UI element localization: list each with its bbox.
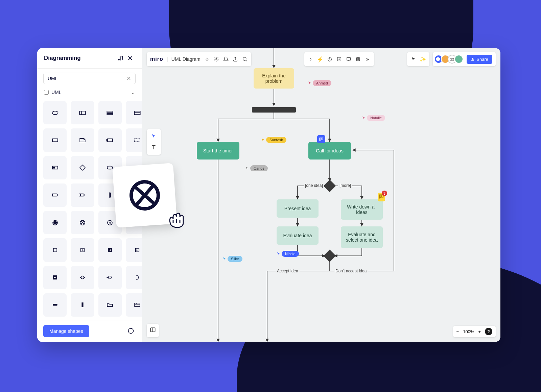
node-call-ideas[interactable]: Call for ideas	[308, 142, 351, 160]
shape-square[interactable]	[43, 238, 67, 262]
svg-point-50	[216, 58, 217, 60]
svg-rect-45	[82, 303, 83, 307]
shape-tag[interactable]	[43, 183, 67, 207]
share-button[interactable]: Share	[467, 55, 492, 64]
svg-point-5	[122, 59, 123, 60]
node-evaluate-select[interactable]: Evaluate and select one idea	[341, 226, 383, 248]
svg-rect-34	[53, 248, 56, 252]
cursor-label: Santosh	[266, 137, 286, 143]
edge-label-dont-accept: Don't accept idea	[334, 269, 368, 273]
select-tool[interactable]	[149, 131, 159, 141]
panels-button[interactable]	[147, 324, 159, 337]
node-explain-problem[interactable]: Explain the problem	[254, 68, 294, 89]
shape-square-arrow-out[interactable]	[71, 238, 94, 262]
zoom-in-button[interactable]: +	[478, 329, 481, 334]
shape-filled-square-arrow-in[interactable]	[43, 266, 67, 289]
shape-rect-dot[interactable]	[43, 156, 67, 179]
shape-tab-rect[interactable]	[98, 128, 122, 152]
comment-thread-icon[interactable]: 3	[378, 193, 385, 201]
board-title[interactable]: UML Diagram	[171, 56, 201, 62]
comment-icon[interactable]	[317, 135, 325, 143]
svg-rect-11	[79, 111, 85, 114]
svg-line-52	[245, 60, 246, 61]
shape-category-row[interactable]: UML ⌄	[37, 87, 142, 98]
svg-rect-18	[52, 139, 58, 142]
canvas[interactable]: Explain the problem Start the timer Call…	[142, 48, 500, 342]
svg-rect-16	[135, 111, 140, 114]
add-panel-icon[interactable]	[336, 56, 342, 62]
panels-icon	[149, 326, 156, 333]
svg-point-51	[243, 57, 246, 60]
present-icon[interactable]	[346, 56, 352, 62]
text-tool[interactable]: T	[149, 143, 159, 153]
star-icon[interactable]: ☆	[204, 56, 210, 62]
shape-table-rect[interactable]	[98, 101, 122, 124]
shape-crescent[interactable]	[126, 266, 142, 289]
cursor-silke: Silke	[222, 256, 242, 262]
topbar-left: miro | UML Diagram ☆	[147, 52, 251, 66]
search-field[interactable]	[48, 76, 126, 81]
shape-hbar[interactable]	[43, 293, 67, 317]
more-icon[interactable]: »	[364, 56, 371, 62]
svg-rect-58	[347, 57, 351, 60]
node-decision-ideas[interactable]	[324, 180, 336, 192]
svg-rect-23	[53, 167, 54, 168]
manage-shapes-button[interactable]: Manage shapes	[43, 325, 89, 337]
cursor-icon[interactable]	[410, 56, 417, 62]
node-write-down[interactable]: Write down all ideas	[341, 199, 383, 220]
comment-count-badge: 3	[382, 191, 387, 196]
app-window: Diagramming UML ⌄	[37, 48, 500, 342]
timer-icon[interactable]	[327, 56, 333, 62]
shape-search-input[interactable]	[43, 73, 136, 84]
clear-icon[interactable]	[126, 76, 131, 81]
topbar-right: ✨ 12 Share	[407, 52, 496, 66]
node-present-idea[interactable]: Present idea	[277, 199, 319, 218]
node-start-timer[interactable]: Start the timer	[197, 142, 239, 160]
confetti-icon[interactable]: ✨	[420, 56, 426, 62]
avatar-stack[interactable]: 12	[436, 55, 463, 64]
chevron-right-icon[interactable]: ›	[308, 56, 314, 62]
topbar-center: › ⚡ »	[304, 52, 374, 66]
shape-diamond[interactable]	[71, 156, 94, 179]
cursor-label: Nicole	[282, 251, 299, 257]
list-icon[interactable]	[355, 56, 361, 62]
zoom-out-button[interactable]: −	[456, 329, 459, 334]
shape-window[interactable]	[126, 293, 142, 317]
shape-square-filled-arrow[interactable]	[98, 238, 122, 262]
canvas-area[interactable]: miro | UML Diagram ☆ › ⚡ »	[142, 48, 500, 342]
shape-note-rect[interactable]	[71, 128, 94, 152]
shape-folder[interactable]	[98, 293, 122, 317]
sidebar-close-button[interactable]	[125, 53, 135, 63]
shape-dashed-rect[interactable]	[126, 128, 142, 152]
shape-filled-circle[interactable]	[43, 211, 67, 234]
node-sync-bar[interactable]	[252, 107, 296, 113]
shape-rect[interactable]	[43, 128, 67, 152]
shape-square-arrow-in[interactable]	[126, 238, 142, 262]
svg-rect-26	[109, 193, 110, 197]
circle-x-icon	[127, 177, 163, 214]
shape-circle-line[interactable]	[98, 266, 122, 289]
lightning-icon[interactable]: ⚡	[317, 56, 323, 62]
bell-icon[interactable]	[223, 56, 229, 62]
category-checkbox[interactable]	[44, 90, 49, 95]
node-decision-accept[interactable]	[324, 250, 336, 262]
shape-vbar2[interactable]	[71, 293, 94, 317]
category-label: UML	[51, 90, 62, 95]
sidebar-title: Diagramming	[44, 55, 116, 62]
shape-header-rect[interactable]	[126, 101, 142, 124]
sidebar-settings-button[interactable]	[116, 53, 125, 63]
shape-chevron[interactable]	[71, 183, 94, 207]
feedback-button[interactable]	[126, 326, 136, 336]
gear-icon[interactable]	[213, 56, 219, 62]
center-tools: › ⚡ »	[304, 52, 374, 66]
search-icon[interactable]	[242, 56, 248, 62]
shape-circle-x[interactable]	[71, 211, 94, 234]
edge-label-more: [more]	[338, 183, 352, 188]
shape-ellipse[interactable]	[43, 101, 67, 124]
shape-split-rect[interactable]	[71, 101, 94, 124]
shape-circle-target[interactable]	[71, 266, 94, 289]
node-evaluate-idea[interactable]: Evaluate idea	[277, 226, 319, 245]
help-button[interactable]: ?	[485, 328, 492, 335]
export-icon[interactable]	[232, 56, 238, 62]
cursor-icon	[245, 166, 249, 170]
